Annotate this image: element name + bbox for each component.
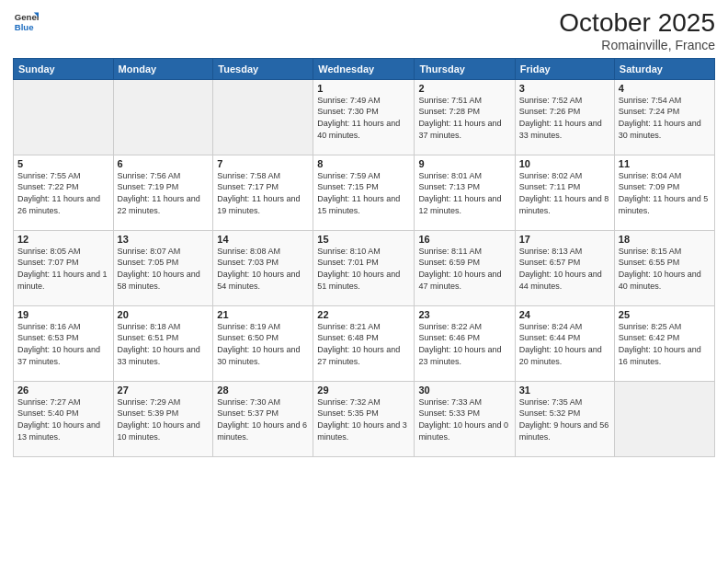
calendar-cell: 10Sunrise: 8:02 AM Sunset: 7:11 PM Dayli… <box>515 155 614 230</box>
header-sunday: Sunday <box>14 58 114 79</box>
calendar-cell: 20Sunrise: 8:18 AM Sunset: 6:51 PM Dayli… <box>113 305 213 381</box>
header-saturday: Saturday <box>614 58 714 79</box>
day-info: Sunrise: 7:56 AM Sunset: 7:19 PM Dayligh… <box>118 170 210 216</box>
calendar-cell: 31Sunrise: 7:35 AM Sunset: 5:32 PM Dayli… <box>515 381 614 456</box>
calendar-cell: 23Sunrise: 8:22 AM Sunset: 6:46 PM Dayli… <box>415 305 515 381</box>
calendar-cell: 30Sunrise: 7:33 AM Sunset: 5:33 PM Dayli… <box>415 381 515 456</box>
day-info: Sunrise: 7:49 AM Sunset: 7:30 PM Dayligh… <box>317 95 410 141</box>
day-number: 19 <box>17 309 109 320</box>
day-info: Sunrise: 7:59 AM Sunset: 7:15 PM Dayligh… <box>317 170 410 216</box>
calendar-cell: 11Sunrise: 8:04 AM Sunset: 7:09 PM Dayli… <box>614 155 714 230</box>
day-number: 30 <box>418 385 510 396</box>
day-info: Sunrise: 8:15 AM Sunset: 6:55 PM Dayligh… <box>619 246 711 292</box>
day-number: 26 <box>17 385 109 396</box>
day-info: Sunrise: 8:13 AM Sunset: 6:57 PM Dayligh… <box>519 246 610 292</box>
calendar-cell: 8Sunrise: 7:59 AM Sunset: 7:15 PM Daylig… <box>313 155 415 230</box>
calendar-cell: 24Sunrise: 8:24 AM Sunset: 6:44 PM Dayli… <box>515 305 614 381</box>
day-number: 6 <box>118 158 210 169</box>
calendar-cell: 6Sunrise: 7:56 AM Sunset: 7:19 PM Daylig… <box>113 155 213 230</box>
svg-text:General: General <box>15 12 39 22</box>
calendar-cell: 26Sunrise: 7:27 AM Sunset: 5:40 PM Dayli… <box>14 381 114 456</box>
day-info: Sunrise: 8:24 AM Sunset: 6:44 PM Dayligh… <box>519 321 610 367</box>
calendar-cell: 5Sunrise: 7:55 AM Sunset: 7:22 PM Daylig… <box>14 155 114 230</box>
header-thursday: Thursday <box>415 58 515 79</box>
day-info: Sunrise: 7:27 AM Sunset: 5:40 PM Dayligh… <box>17 396 109 442</box>
day-number: 1 <box>317 83 410 94</box>
calendar-cell: 3Sunrise: 7:52 AM Sunset: 7:26 PM Daylig… <box>515 79 614 155</box>
day-info: Sunrise: 8:22 AM Sunset: 6:46 PM Dayligh… <box>418 321 510 367</box>
day-number: 27 <box>118 385 210 396</box>
calendar-cell: 18Sunrise: 8:15 AM Sunset: 6:55 PM Dayli… <box>614 230 714 305</box>
calendar-cell: 12Sunrise: 8:05 AM Sunset: 7:07 PM Dayli… <box>14 230 114 305</box>
calendar-header-row: Sunday Monday Tuesday Wednesday Thursday… <box>14 58 715 79</box>
day-number: 12 <box>17 234 109 245</box>
day-number: 29 <box>317 385 410 396</box>
calendar-week-row: 1Sunrise: 7:49 AM Sunset: 7:30 PM Daylig… <box>14 79 715 155</box>
header-monday: Monday <box>113 58 213 79</box>
day-number: 3 <box>519 83 610 94</box>
day-info: Sunrise: 7:35 AM Sunset: 5:32 PM Dayligh… <box>519 396 610 442</box>
day-number: 11 <box>619 158 711 169</box>
calendar-cell: 19Sunrise: 8:16 AM Sunset: 6:53 PM Dayli… <box>14 305 114 381</box>
day-number: 16 <box>418 234 510 245</box>
day-number: 24 <box>519 309 610 320</box>
day-number: 25 <box>619 309 711 320</box>
day-info: Sunrise: 8:04 AM Sunset: 7:09 PM Dayligh… <box>619 170 711 216</box>
day-info: Sunrise: 8:01 AM Sunset: 7:13 PM Dayligh… <box>418 170 510 216</box>
month-title: October 2025 <box>559 9 715 38</box>
calendar-cell <box>113 79 213 155</box>
day-number: 5 <box>17 158 109 169</box>
logo: General Blue <box>13 9 39 35</box>
day-info: Sunrise: 7:54 AM Sunset: 7:24 PM Dayligh… <box>619 95 711 141</box>
calendar-cell: 14Sunrise: 8:08 AM Sunset: 7:03 PM Dayli… <box>213 230 313 305</box>
day-number: 28 <box>217 385 309 396</box>
calendar-cell: 4Sunrise: 7:54 AM Sunset: 7:24 PM Daylig… <box>614 79 714 155</box>
calendar-cell: 15Sunrise: 8:10 AM Sunset: 7:01 PM Dayli… <box>313 230 415 305</box>
day-info: Sunrise: 8:18 AM Sunset: 6:51 PM Dayligh… <box>118 321 210 367</box>
calendar-cell: 2Sunrise: 7:51 AM Sunset: 7:28 PM Daylig… <box>415 79 515 155</box>
calendar-week-row: 19Sunrise: 8:16 AM Sunset: 6:53 PM Dayli… <box>14 305 715 381</box>
day-number: 22 <box>317 309 410 320</box>
day-info: Sunrise: 7:29 AM Sunset: 5:39 PM Dayligh… <box>118 396 210 442</box>
day-number: 31 <box>519 385 610 396</box>
location: Romainville, France <box>559 38 715 52</box>
day-info: Sunrise: 8:10 AM Sunset: 7:01 PM Dayligh… <box>317 246 410 292</box>
day-info: Sunrise: 8:11 AM Sunset: 6:59 PM Dayligh… <box>418 246 510 292</box>
day-info: Sunrise: 7:32 AM Sunset: 5:35 PM Dayligh… <box>317 396 410 442</box>
calendar-table: Sunday Monday Tuesday Wednesday Thursday… <box>13 58 715 457</box>
day-number: 21 <box>217 309 309 320</box>
calendar-cell: 29Sunrise: 7:32 AM Sunset: 5:35 PM Dayli… <box>313 381 415 456</box>
day-info: Sunrise: 7:30 AM Sunset: 5:37 PM Dayligh… <box>217 396 309 442</box>
day-info: Sunrise: 8:02 AM Sunset: 7:11 PM Dayligh… <box>519 170 610 216</box>
day-number: 14 <box>217 234 309 245</box>
day-info: Sunrise: 8:21 AM Sunset: 6:48 PM Dayligh… <box>317 321 410 367</box>
calendar-cell: 17Sunrise: 8:13 AM Sunset: 6:57 PM Dayli… <box>515 230 614 305</box>
day-info: Sunrise: 7:55 AM Sunset: 7:22 PM Dayligh… <box>17 170 109 216</box>
calendar-cell: 25Sunrise: 8:25 AM Sunset: 6:42 PM Dayli… <box>614 305 714 381</box>
day-number: 23 <box>418 309 510 320</box>
calendar-week-row: 5Sunrise: 7:55 AM Sunset: 7:22 PM Daylig… <box>14 155 715 230</box>
day-info: Sunrise: 8:07 AM Sunset: 7:05 PM Dayligh… <box>118 246 210 292</box>
header-tuesday: Tuesday <box>213 58 313 79</box>
day-number: 18 <box>619 234 711 245</box>
day-number: 13 <box>118 234 210 245</box>
day-info: Sunrise: 8:25 AM Sunset: 6:42 PM Dayligh… <box>619 321 711 367</box>
day-info: Sunrise: 7:51 AM Sunset: 7:28 PM Dayligh… <box>418 95 510 141</box>
day-number: 10 <box>519 158 610 169</box>
calendar-cell: 7Sunrise: 7:58 AM Sunset: 7:17 PM Daylig… <box>213 155 313 230</box>
calendar-cell: 16Sunrise: 8:11 AM Sunset: 6:59 PM Dayli… <box>415 230 515 305</box>
calendar-cell <box>614 381 714 456</box>
calendar-cell: 22Sunrise: 8:21 AM Sunset: 6:48 PM Dayli… <box>313 305 415 381</box>
day-number: 8 <box>317 158 410 169</box>
main-container: General Blue October 2025 Romainville, F… <box>0 0 728 563</box>
calendar-cell <box>213 79 313 155</box>
day-info: Sunrise: 7:33 AM Sunset: 5:33 PM Dayligh… <box>418 396 510 442</box>
day-number: 9 <box>418 158 510 169</box>
day-number: 2 <box>418 83 510 94</box>
day-info: Sunrise: 7:58 AM Sunset: 7:17 PM Dayligh… <box>217 170 309 216</box>
calendar-cell <box>14 79 114 155</box>
calendar-cell: 21Sunrise: 8:19 AM Sunset: 6:50 PM Dayli… <box>213 305 313 381</box>
calendar-week-row: 12Sunrise: 8:05 AM Sunset: 7:07 PM Dayli… <box>14 230 715 305</box>
header-friday: Friday <box>515 58 614 79</box>
logo-icon: General Blue <box>13 9 39 35</box>
